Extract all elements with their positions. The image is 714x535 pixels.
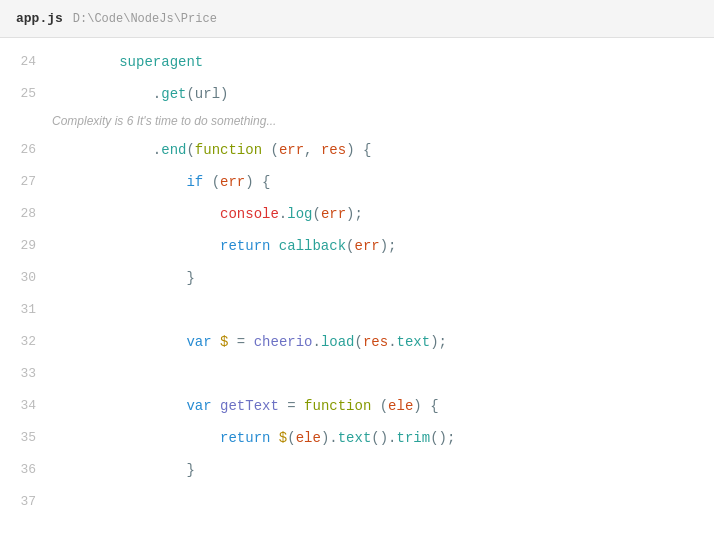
line-content: .get(url) [52, 78, 714, 110]
complexity-hint-row: Complexity is 6 It's time to do somethin… [0, 110, 714, 134]
line-number: 26 [0, 134, 52, 166]
line-content: var $ = cheerio.load(res.text); [52, 326, 714, 358]
code-line-28: 28 console.log(err); [0, 198, 714, 230]
line-number: 28 [0, 198, 52, 230]
line-content: return callback(err); [52, 230, 714, 262]
code-line-25: 25 .get(url) [0, 78, 714, 110]
code-line-30: 30 } [0, 262, 714, 294]
code-line-35: 35 return $(ele).text().trim(); [0, 422, 714, 454]
line-content: return $(ele).text().trim(); [52, 422, 714, 454]
filename: app.js [16, 11, 63, 26]
complexity-hint: Complexity is 6 It's time to do somethin… [52, 110, 276, 132]
line-content: } [52, 454, 714, 486]
line-content: if (err) { [52, 166, 714, 198]
line-number: 30 [0, 262, 52, 294]
code-line-26: 26 .end(function (err, res) { [0, 134, 714, 166]
line-content: var getText = function (ele) { [52, 390, 714, 422]
line-number: 33 [0, 358, 52, 390]
code-line-36: 36 } [0, 454, 714, 486]
line-content: superagent [52, 46, 714, 78]
line-number: 31 [0, 294, 52, 326]
line-content: .end(function (err, res) { [52, 134, 714, 166]
line-content: console.log(err); [52, 198, 714, 230]
line-number: 36 [0, 454, 52, 486]
line-number: 37 [0, 486, 52, 518]
code-line-27: 27 if (err) { [0, 166, 714, 198]
code-line-33: 33 [0, 358, 714, 390]
line-number: 25 [0, 78, 52, 110]
line-content: } [52, 262, 714, 294]
line-number: 27 [0, 166, 52, 198]
file-path: D:\Code\NodeJs\Price [73, 12, 217, 26]
line-number: 29 [0, 230, 52, 262]
line-number: 34 [0, 390, 52, 422]
line-number: 32 [0, 326, 52, 358]
line-content [52, 294, 714, 326]
line-number: 24 [0, 46, 52, 78]
code-line-37: 37 [0, 486, 714, 518]
line-content [52, 358, 714, 390]
code-editor: 24 superagent 25 .get(url) Complexity is… [0, 38, 714, 526]
code-line-32: 32 var $ = cheerio.load(res.text); [0, 326, 714, 358]
title-bar: app.js D:\Code\NodeJs\Price [0, 0, 714, 38]
code-line-34: 34 var getText = function (ele) { [0, 390, 714, 422]
line-content [52, 486, 714, 518]
code-line-31: 31 [0, 294, 714, 326]
code-line-24: 24 superagent [0, 46, 714, 78]
line-number: 35 [0, 422, 52, 454]
code-line-29: 29 return callback(err); [0, 230, 714, 262]
